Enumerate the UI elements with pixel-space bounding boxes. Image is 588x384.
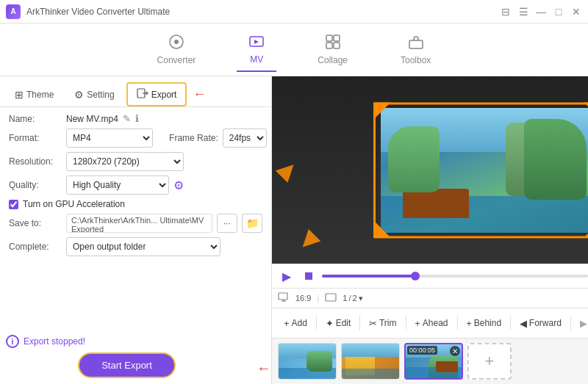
tab-toolbox[interactable]: Toolbox	[389, 28, 442, 71]
svg-rect-7	[409, 40, 423, 48]
tab-converter[interactable]: Converter	[146, 28, 208, 71]
svg-rect-5	[326, 43, 332, 48]
add-button[interactable]: + Add	[278, 314, 313, 333]
setting-label: Setting	[87, 90, 114, 100]
behind-label: Behind	[474, 318, 501, 328]
complete-label: Complete:	[9, 242, 62, 252]
export-label: Export	[151, 90, 177, 100]
app-logo: A	[6, 4, 21, 19]
sub-tab-setting[interactable]: ⚙ Setting	[65, 85, 123, 104]
thumbnail-1[interactable]	[278, 343, 337, 380]
name-value: New MV.mp4	[66, 114, 118, 124]
start-export-button[interactable]: Start Export	[78, 352, 176, 378]
nav-tabs: Converter MV Collage Toolbox	[0, 23, 588, 76]
tab-mv[interactable]: MV	[237, 27, 276, 72]
export-stopped-text: Export stopped!	[24, 336, 85, 347]
page-nav: 1 / 2 ▾	[343, 294, 362, 303]
sub-tab-theme[interactable]: ⊞ Theme	[6, 85, 62, 104]
start-export-row: Start Export ←	[0, 352, 271, 384]
tab-collage[interactable]: Collage	[306, 28, 359, 71]
behind-button[interactable]: + Behind	[460, 314, 507, 333]
folder-btn[interactable]: 📁	[242, 214, 262, 233]
main-content: ⊞ Theme ⚙ Setting Export ← Name: New MV.…	[0, 76, 588, 384]
start-export-arrow-icon: ←	[257, 360, 271, 377]
left-panel: ⊞ Theme ⚙ Setting Export ← Name: New MV.…	[0, 76, 272, 384]
play-button[interactable]: ▶	[278, 267, 295, 285]
aspect-ratio: 16:9	[295, 294, 311, 303]
resolution-select[interactable]: 1280x720 (720p) 1920x1080 (1080p)	[66, 152, 184, 171]
export-stopped-row: i Export stopped!	[6, 335, 271, 348]
gpu-checkbox[interactable]	[9, 200, 18, 209]
minimize-btn[interactable]: —	[535, 6, 547, 18]
progress-thumb[interactable]	[411, 272, 420, 280]
page-total: 2	[352, 294, 356, 303]
divider-2	[359, 316, 360, 330]
video-controls: ▶ ⏹ 00:00:06.05/00:00:17.00 🔊	[272, 264, 588, 288]
page-nav-dropdown[interactable]: ▾	[359, 294, 363, 303]
app-title: ArkThinker Video Converter Ultimate	[26, 7, 500, 17]
resolution-label: Resolution:	[9, 156, 62, 167]
divider-3	[406, 316, 406, 330]
thumbnail-strip: 00:00:05 ✕ +	[272, 338, 588, 384]
frame-rate-label: Frame Rate:	[169, 133, 218, 143]
ahead-button[interactable]: + Ahead	[409, 314, 453, 333]
info-icon[interactable]: ℹ	[135, 113, 139, 124]
edit-icon: ✦	[326, 318, 334, 329]
thumbnail-2[interactable]	[341, 343, 400, 380]
separator: |	[317, 294, 319, 303]
add-icon: +	[284, 318, 290, 329]
complete-row: Complete: Open output folder Do nothing	[9, 237, 262, 256]
svg-rect-10	[326, 294, 336, 301]
svg-rect-6	[334, 43, 340, 48]
thumbnail-3-time: 00:00:05	[407, 346, 437, 355]
quality-label: Quality:	[9, 180, 62, 190]
quality-gear-icon[interactable]: ⚙	[173, 178, 184, 192]
format-select[interactable]: MP4 MOV AVI	[66, 128, 153, 148]
trim-button[interactable]: ✂ Trim	[363, 314, 403, 333]
frame-rate-select[interactable]: 24fps 30fps 60fps	[223, 128, 267, 148]
title-bar: A ArkThinker Video Converter Ultimate ⊟ …	[0, 0, 588, 23]
divider-6	[570, 316, 571, 330]
forward-icon: ◀	[520, 318, 527, 329]
gpu-label: Turn on GPU Acceleration	[23, 199, 125, 209]
resolution-row: Resolution: 1280x720 (720p) 1920x1080 (1…	[9, 152, 262, 171]
quality-select[interactable]: High Quality Medium Quality	[66, 175, 169, 195]
maximize-btn[interactable]: □	[553, 6, 564, 18]
divider-1	[316, 316, 317, 330]
name-label: Name:	[9, 114, 62, 124]
save-row: Save to: C:\ArkThinker\ArkThin... Ultima…	[9, 214, 262, 233]
stop-button[interactable]: ⏹	[300, 267, 318, 285]
sub-tab-export[interactable]: Export	[126, 82, 187, 106]
mv-icon	[248, 33, 265, 51]
edit-icon[interactable]: ✎	[123, 113, 131, 124]
window-controls: ⊟ ☰ — □ ✕	[500, 6, 582, 18]
close-btn[interactable]: ✕	[570, 6, 582, 18]
add-thumbnail-button[interactable]: +	[467, 343, 512, 380]
trim-label: Trim	[379, 318, 397, 328]
orange-frame	[373, 102, 588, 238]
edit-button[interactable]: ✦ Edit	[320, 314, 357, 333]
progress-fill	[322, 275, 415, 278]
sub-tabs: ⊞ Theme ⚙ Setting Export ←	[0, 76, 271, 107]
converter-icon	[168, 34, 184, 52]
screen-icon	[278, 291, 290, 305]
edit-label: Edit	[336, 318, 351, 328]
bottom-toolbar: + Add ✦ Edit ✂ Trim + Ahead + Behind	[272, 308, 588, 338]
converter-label: Converter	[157, 55, 196, 65]
info-circle-icon: i	[6, 335, 19, 348]
svg-rect-3	[326, 35, 332, 41]
page-display: 1	[343, 294, 347, 303]
collage-label: Collage	[318, 55, 348, 65]
forward-button[interactable]: ◀ Forward	[514, 314, 567, 333]
save-path: C:\ArkThinker\ArkThin... Ultimate\MV Exp…	[66, 214, 212, 233]
setting-icon: ⚙	[74, 89, 84, 101]
video-info-bar: 16:9 | 1 / 2 ▾ Start Export	[272, 288, 588, 308]
thumbnail-3-close[interactable]: ✕	[450, 346, 460, 356]
subtitles-btn[interactable]: ⊟	[500, 6, 512, 18]
complete-select[interactable]: Open output folder Do nothing	[66, 237, 220, 256]
progress-bar[interactable]	[322, 275, 588, 278]
three-dots-btn[interactable]: ···	[217, 214, 237, 233]
menu-btn[interactable]: ☰	[517, 6, 529, 18]
thumbnail-3[interactable]: 00:00:05 ✕	[404, 343, 463, 380]
backward-button[interactable]: ▶ Backward	[574, 314, 589, 333]
